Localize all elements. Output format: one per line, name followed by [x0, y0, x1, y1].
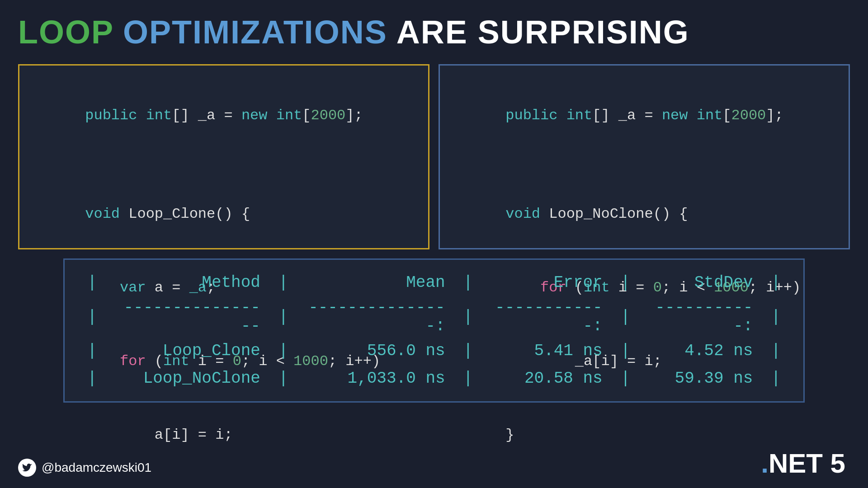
panels-container: public int[] _a = new int[2000]; void Lo… — [0, 60, 868, 254]
title-loop: LOOP — [18, 14, 114, 51]
code-panel-left: public int[] _a = new int[2000]; void Lo… — [18, 64, 429, 249]
net-dot: . — [761, 448, 769, 479]
code-line: void Loop_Clone() { — [33, 178, 415, 251]
net-text: NET 5 — [769, 448, 845, 479]
twitter-icon — [18, 459, 36, 477]
code-line — [453, 153, 835, 177]
net-badge: .NET 5 — [761, 448, 845, 479]
footer: @badamczewski01 — [18, 459, 151, 477]
code-line: void Loop_NoClone() { — [453, 178, 835, 251]
title-are-surprising: ARE SURPRISING — [396, 14, 689, 51]
title-bar: LOOP OPTIMIZATIONS ARE SURPRISING — [0, 0, 868, 60]
code-line: public int[] _a = new int[2000]; — [33, 79, 415, 153]
title-optimizations: OPTIMIZATIONS — [123, 14, 387, 51]
code-line — [33, 153, 415, 177]
twitter-handle: @badamczewski01 — [42, 460, 151, 475]
code-panel-right: public int[] _a = new int[2000]; void Lo… — [439, 64, 850, 249]
code-line: public int[] _a = new int[2000]; — [453, 79, 835, 153]
